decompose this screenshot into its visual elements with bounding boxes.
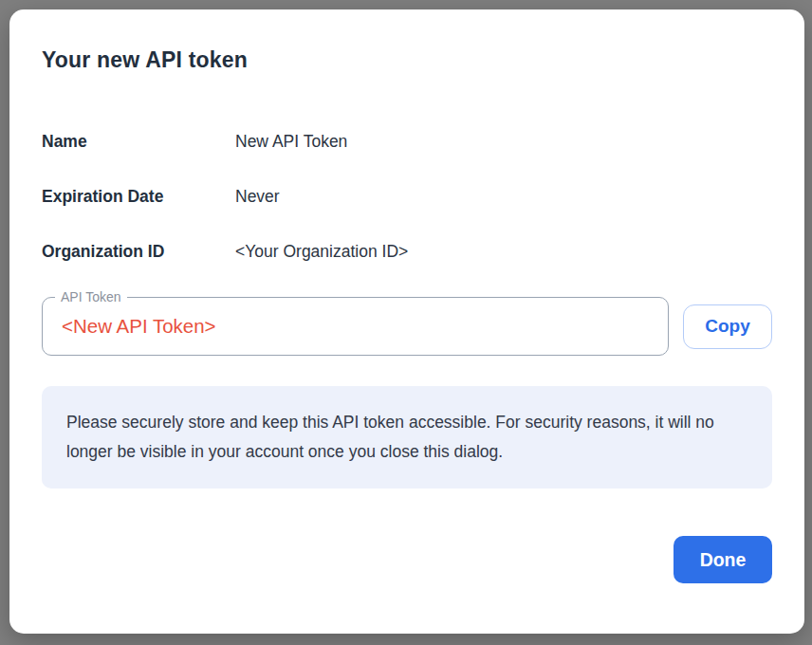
api-token-row: API Token <New API Token> Copy — [42, 297, 772, 356]
organization-id-label: Organization ID — [42, 242, 235, 262]
detail-row-name: Name New API Token — [42, 132, 772, 152]
done-button[interactable]: Done — [674, 536, 772, 583]
expiration-date-label: Expiration Date — [42, 187, 235, 207]
name-value: New API Token — [235, 132, 347, 152]
expiration-date-value: Never — [235, 187, 280, 207]
api-token-value: <New API Token> — [62, 315, 216, 338]
api-token-dialog: Your new API token Name New API Token Ex… — [9, 9, 804, 634]
organization-id-value: <Your Organization ID> — [235, 242, 408, 262]
detail-row-expiration: Expiration Date Never — [42, 187, 772, 207]
detail-row-organization-id: Organization ID <Your Organization ID> — [42, 242, 772, 262]
api-token-field-label: API Token — [55, 289, 127, 305]
token-details: Name New API Token Expiration Date Never… — [42, 132, 772, 262]
security-notice-text: Please securely store and keep this API … — [66, 413, 714, 461]
name-label: Name — [42, 132, 235, 152]
security-notice: Please securely store and keep this API … — [42, 386, 772, 488]
api-token-field[interactable]: API Token <New API Token> — [42, 297, 669, 356]
copy-button[interactable]: Copy — [683, 304, 772, 349]
dialog-footer: Done — [42, 536, 772, 583]
dialog-title: Your new API token — [42, 47, 772, 73]
